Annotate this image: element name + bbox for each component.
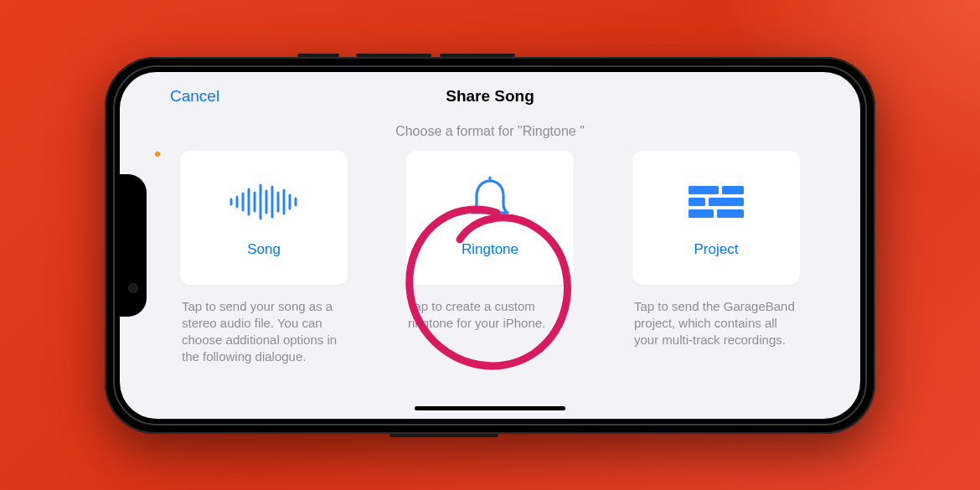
option-project-description: Tap to send the GarageBand project, whic… <box>632 298 800 349</box>
option-song-card[interactable]: Song <box>180 151 348 285</box>
iphone-frame: Cancel Share Song Choose a format for "R… <box>105 57 875 434</box>
option-project-label: Project <box>694 241 739 258</box>
page-title: Share Song <box>446 87 534 106</box>
cancel-button[interactable]: Cancel <box>170 87 219 106</box>
svg-rect-16 <box>709 198 744 206</box>
option-project: Project Tap to send the GarageBand proje… <box>632 151 800 366</box>
option-ringtone-label: Ringtone <box>462 241 518 258</box>
recording-indicator-dot <box>155 152 160 157</box>
format-options: Song Tap to send your song as a stereo a… <box>120 151 860 366</box>
svg-rect-14 <box>722 186 744 194</box>
option-song-label: Song <box>247 241 281 258</box>
svg-rect-18 <box>717 209 744 218</box>
svg-rect-15 <box>689 198 705 206</box>
nav-header: Cancel Share Song <box>120 72 860 112</box>
svg-rect-13 <box>689 186 719 194</box>
option-ringtone: Ringtone Tap to create a custom ringtone… <box>406 151 574 366</box>
svg-rect-17 <box>689 209 714 218</box>
home-indicator[interactable] <box>415 406 565 410</box>
phone-side-button <box>297 54 339 57</box>
subtitle-text: Choose a format for "Ringtone " <box>120 124 860 139</box>
phone-side-button <box>440 54 515 57</box>
option-ringtone-card[interactable]: Ringtone <box>406 151 574 285</box>
project-tracks-icon <box>687 178 745 226</box>
waveform-icon <box>226 178 302 226</box>
bell-icon <box>465 178 515 226</box>
phone-side-button <box>356 54 431 57</box>
phone-side-button <box>389 434 498 437</box>
option-ringtone-description: Tap to create a custom ringtone for your… <box>406 298 574 333</box>
phone-notch <box>120 174 147 317</box>
option-song: Song Tap to send your song as a stereo a… <box>180 151 348 366</box>
option-project-card[interactable]: Project <box>632 151 800 285</box>
phone-screen: Cancel Share Song Choose a format for "R… <box>120 72 860 419</box>
option-song-description: Tap to send your song as a stereo audio … <box>180 298 348 366</box>
